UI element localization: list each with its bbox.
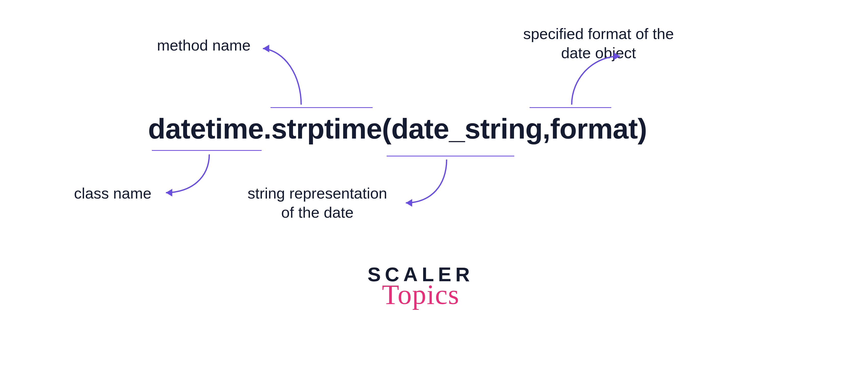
annotation-class-name: class name <box>74 184 151 203</box>
code-expression: datetime.strptime(date_string, format) <box>148 112 647 145</box>
token-datetime: datetime <box>148 112 264 145</box>
annotation-format: specified format of the date object <box>523 24 674 63</box>
token-date-string: date_string <box>391 112 542 145</box>
annotation-string-rep-line1: string representation <box>248 185 387 202</box>
token-close-paren: ) <box>638 112 647 145</box>
arrow-datetime-to-class <box>158 152 225 203</box>
annotation-method-name: method name <box>157 36 251 55</box>
logo-topics: Topics <box>368 278 474 311</box>
diagram-stage: datetime.strptime(date_string, format) m… <box>0 0 868 368</box>
svg-marker-2 <box>166 189 172 196</box>
token-open-paren: ( <box>382 112 391 145</box>
annotation-string-rep: string representation of the date <box>248 184 387 222</box>
token-strptime: strptime <box>271 112 382 145</box>
arrow-datestring-to-label <box>398 157 465 213</box>
annotation-format-line1: specified format of the <box>523 25 674 42</box>
svg-marker-0 <box>263 45 269 52</box>
overline-format <box>530 107 611 108</box>
logo: SCALER Topics <box>368 263 474 311</box>
token-dot: . <box>264 112 271 145</box>
annotation-string-rep-line2: of the date <box>281 204 354 221</box>
svg-marker-3 <box>406 199 412 207</box>
underline-date-string <box>386 156 514 156</box>
token-format: format <box>550 112 638 145</box>
arrow-strptime-to-method <box>255 41 311 110</box>
annotation-format-line2: date object <box>561 44 636 62</box>
underline-datetime <box>152 150 261 151</box>
token-comma: , <box>542 112 550 145</box>
overline-strptime <box>271 107 373 108</box>
